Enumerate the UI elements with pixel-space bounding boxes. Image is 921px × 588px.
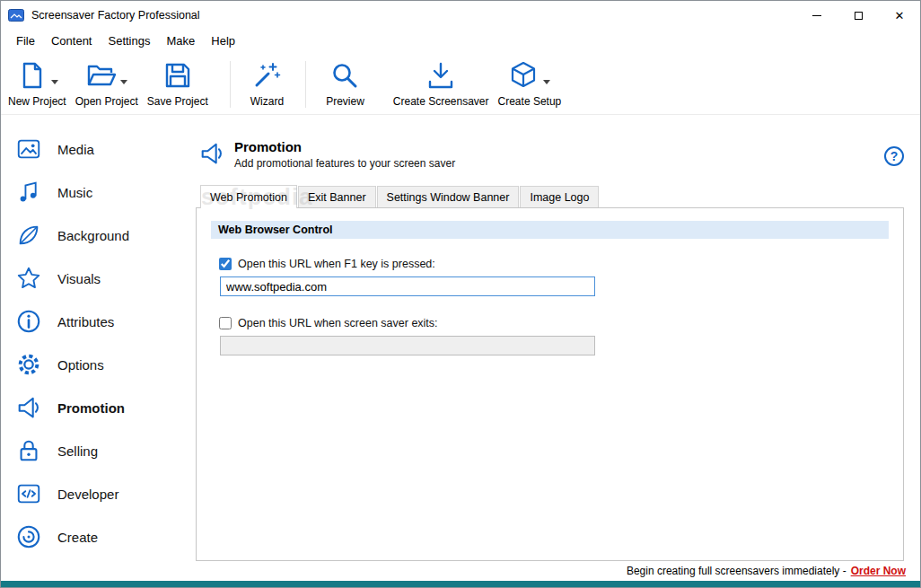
sidebar-item-label: Selling (57, 443, 98, 459)
toolbar: New Project Open Project Save Project (1, 52, 920, 115)
maximize-button[interactable] (838, 1, 879, 30)
tab-exit-banner[interactable]: Exit Banner (298, 186, 376, 207)
main-header: Promotion Add promotional features to yo… (196, 115, 904, 170)
f1-url-checkbox[interactable] (219, 258, 232, 270)
sidebar-item-label: Media (57, 142, 94, 157)
sidebar-item-label: Options (57, 357, 104, 373)
attributes-icon (15, 308, 42, 335)
create-screensaver-label: Create Screensaver (393, 95, 489, 108)
wizard-icon (251, 60, 282, 91)
exit-url-checkbox-row: Open this URL when screen saver exits: (219, 317, 889, 329)
media-icon (15, 136, 42, 162)
developer-icon (15, 480, 42, 507)
create-setup-icon (508, 60, 539, 91)
sidebar-item-label: Create (57, 530, 98, 545)
create-screensaver-button[interactable]: Create Screensaver (393, 59, 489, 108)
app-window: Screensaver Factory Professional ✕ File … (0, 0, 921, 588)
exit-url-checkbox-label: Open this URL when screen saver exits: (238, 317, 438, 329)
music-icon (15, 179, 42, 206)
sidebar-item-label: Promotion (57, 400, 125, 416)
new-project-icon (16, 60, 47, 91)
sidebar-item-background[interactable]: Background (1, 214, 196, 257)
content-area: Media Music Background Visuals (1, 115, 920, 561)
menu-content[interactable]: Content (43, 31, 101, 50)
selling-icon (15, 437, 42, 464)
titlebar: Screensaver Factory Professional ✕ (1, 1, 920, 30)
open-project-label: Open Project (75, 95, 138, 108)
order-now-link[interactable]: Order Now (851, 565, 906, 577)
tab-settings-window-banner[interactable]: Settings Window Banner (377, 186, 520, 207)
toolbar-separator (230, 61, 231, 108)
open-project-icon (85, 60, 116, 91)
f1-url-input[interactable] (220, 276, 595, 296)
help-button[interactable]: ? (884, 146, 904, 166)
menu-settings[interactable]: Settings (101, 31, 159, 50)
tab-image-logo[interactable]: Image Logo (520, 186, 599, 207)
preview-icon (329, 60, 360, 91)
tab-web-promotion[interactable]: Web Promotion (200, 185, 297, 208)
save-project-icon (162, 60, 193, 91)
exit-url-checkbox[interactable] (219, 317, 232, 329)
sidebar-item-media[interactable]: Media (1, 127, 196, 171)
sidebar-item-label: Attributes (57, 314, 114, 329)
sidebar-item-label: Developer (57, 487, 118, 502)
sidebar-item-options[interactable]: Options (1, 343, 196, 386)
menu-help[interactable]: Help (203, 31, 243, 50)
preview-label: Preview (326, 95, 364, 108)
minimize-button[interactable] (796, 1, 838, 30)
minimize-icon (812, 15, 821, 16)
close-button[interactable]: ✕ (879, 1, 920, 30)
question-mark-icon: ? (890, 149, 899, 163)
sidebar: Media Music Background Visuals (1, 115, 196, 561)
menu-file[interactable]: File (8, 31, 43, 50)
status-text: Begin creating full screensavers immedia… (627, 565, 846, 577)
sidebar-item-music[interactable]: Music (1, 171, 196, 214)
menu-make[interactable]: Make (158, 31, 203, 50)
create-setup-button[interactable]: Create Setup (498, 59, 562, 108)
bottom-accent-bar (1, 581, 920, 587)
preview-button[interactable]: Preview (326, 59, 364, 108)
new-project-label: New Project (8, 95, 66, 108)
window-title: Screensaver Factory Professional (31, 9, 200, 22)
sidebar-item-selling[interactable]: Selling (1, 429, 196, 472)
sidebar-item-promotion[interactable]: Promotion (1, 386, 196, 429)
save-project-button[interactable]: Save Project (147, 59, 208, 108)
maximize-icon (855, 12, 863, 20)
section-header: Web Browser Control (211, 221, 889, 239)
promotion-header-icon (198, 140, 225, 167)
sidebar-item-create[interactable]: Create (1, 515, 196, 558)
sidebar-item-label: Visuals (57, 271, 101, 286)
exit-url-input[interactable] (220, 336, 595, 355)
menubar: File Content Settings Make Help (1, 30, 920, 52)
close-icon: ✕ (895, 10, 905, 22)
main-panel: Promotion Add promotional features to yo… (196, 115, 920, 561)
sidebar-item-label: Background (57, 228, 129, 243)
new-project-dropdown-icon[interactable] (51, 80, 58, 84)
wizard-button[interactable]: Wizard (250, 59, 284, 108)
tab-bar: Web Promotion Exit Banner Settings Windo… (196, 185, 904, 207)
app-icon (8, 9, 24, 22)
sidebar-item-visuals[interactable]: Visuals (1, 257, 196, 300)
window-controls: ✕ (796, 1, 920, 30)
sidebar-item-label: Music (57, 185, 92, 200)
open-project-dropdown-icon[interactable] (120, 80, 127, 84)
new-project-button[interactable]: New Project (8, 59, 66, 108)
create-setup-dropdown-icon[interactable] (543, 80, 550, 84)
f1-url-checkbox-label: Open this URL when F1 key is pressed: (238, 258, 435, 270)
web-promotion-panel: Web Browser Control Open this URL when F… (196, 207, 904, 561)
background-icon (15, 222, 42, 249)
page-title: Promotion (234, 139, 455, 154)
create-setup-label: Create Setup (498, 95, 562, 108)
open-project-button[interactable]: Open Project (75, 59, 138, 108)
f1-url-checkbox-row: Open this URL when F1 key is pressed: (219, 258, 889, 270)
options-icon (15, 351, 42, 378)
visuals-icon (15, 265, 42, 292)
statusbar: Begin creating full screensavers immedia… (1, 561, 920, 581)
save-project-label: Save Project (147, 95, 208, 108)
create-screensaver-icon (425, 60, 456, 91)
page-subtitle: Add promotional features to your screen … (234, 157, 455, 170)
sidebar-item-developer[interactable]: Developer (1, 472, 196, 515)
toolbar-separator (305, 61, 306, 108)
sidebar-item-attributes[interactable]: Attributes (1, 300, 196, 343)
wizard-label: Wizard (250, 95, 284, 108)
